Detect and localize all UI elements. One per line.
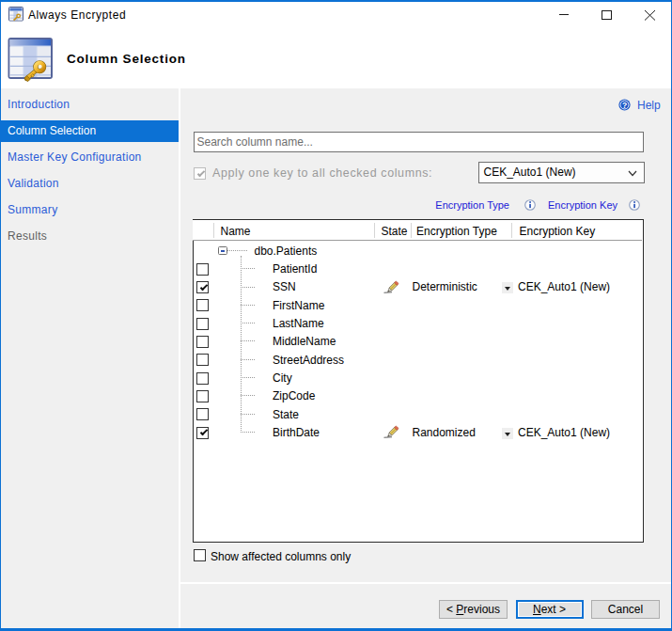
svg-text:?: ? [622,101,627,110]
